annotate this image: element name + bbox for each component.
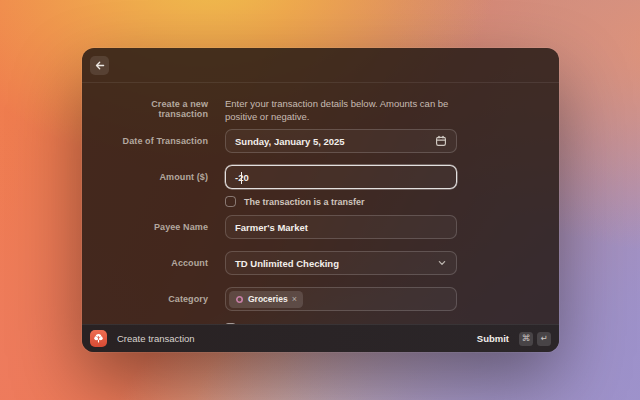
category-tag-groceries[interactable]: Groceries × [229, 291, 303, 308]
category-tag-label: Groceries [248, 294, 288, 304]
account-row: Account TD Unlimited Checking [102, 251, 539, 275]
command-title: Create transaction [117, 333, 195, 344]
account-value: TD Unlimited Checking [235, 258, 339, 269]
date-label: Date of Transaction [102, 136, 208, 146]
amount-label: Amount ($) [102, 172, 208, 182]
window-footer: Create transaction Submit ⌘ ↵ [82, 324, 559, 352]
window-header [82, 48, 559, 83]
create-transaction-window: Create a new transaction Enter your tran… [82, 48, 559, 352]
category-row: Category Groceries × [102, 287, 539, 311]
submit-label: Submit [477, 333, 509, 344]
date-value: Sunday, January 5, 2025 [235, 136, 345, 147]
date-row: Date of Transaction Sunday, January 5, 2… [102, 129, 539, 153]
form-description: Enter your transaction details below. Am… [225, 97, 465, 123]
desktop-background: { "icons": { "back": "←", "close": "×", … [0, 0, 640, 400]
form-title: Create a new transaction [102, 97, 208, 119]
payee-label: Payee Name [102, 222, 208, 232]
checkbox-unchecked-icon [225, 196, 236, 207]
transfer-label: The transaction is a transfer [244, 197, 365, 207]
transfer-row: The transaction is a transfer [102, 196, 539, 207]
category-field[interactable]: Groceries × [225, 287, 457, 311]
cmd-key-icon: ⌘ [519, 332, 533, 346]
transfer-checkbox[interactable]: The transaction is a transfer [225, 196, 365, 207]
calendar-icon [435, 135, 447, 147]
back-button[interactable] [90, 56, 109, 75]
text-cursor [241, 172, 242, 184]
payee-row: Payee Name Farmer's Market [102, 215, 539, 239]
back-arrow-icon [94, 60, 105, 71]
amount-row: Amount ($) -20 [102, 165, 539, 189]
account-select[interactable]: TD Unlimited Checking [225, 251, 457, 275]
account-label: Account [102, 258, 208, 268]
date-field[interactable]: Sunday, January 5, 2025 [225, 129, 457, 153]
chevron-down-icon [437, 258, 447, 268]
category-label: Category [102, 294, 208, 304]
remove-tag-icon[interactable]: × [292, 294, 297, 304]
payee-field[interactable]: Farmer's Market [225, 215, 457, 239]
app-logo-icon[interactable] [90, 330, 107, 347]
enter-key-icon: ↵ [537, 332, 551, 346]
submit-button[interactable]: Submit ⌘ ↵ [477, 332, 551, 346]
payee-value: Farmer's Market [235, 222, 308, 233]
category-ring-icon [235, 295, 244, 304]
transaction-form: Create a new transaction Enter your tran… [82, 83, 559, 334]
form-intro-row: Create a new transaction Enter your tran… [102, 97, 539, 123]
amount-field[interactable]: -20 [225, 165, 457, 189]
